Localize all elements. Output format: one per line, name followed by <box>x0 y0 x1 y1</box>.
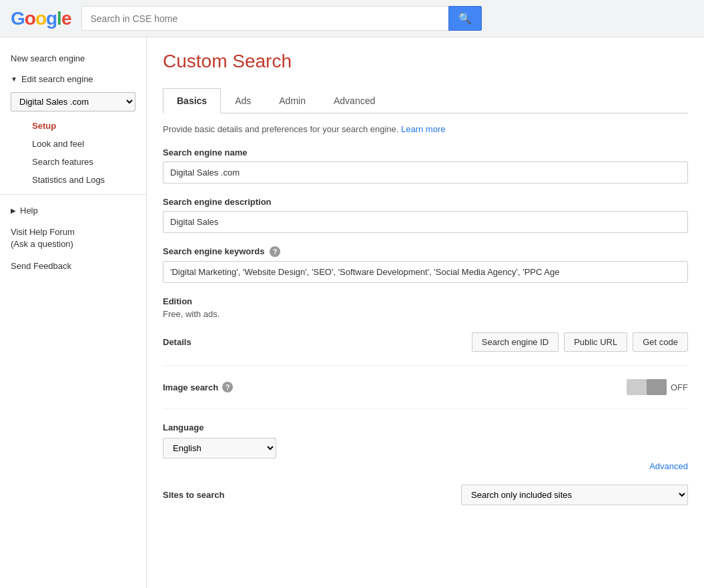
tab-advanced[interactable]: Advanced <box>320 88 389 113</box>
logo-e: e <box>61 8 71 29</box>
details-buttons: Search engine ID Public URL Get code <box>472 332 688 352</box>
edition-label: Edition <box>163 296 688 306</box>
engine-select[interactable]: Digital Sales .com <box>11 92 135 111</box>
get-code-button[interactable]: Get code <box>633 332 688 352</box>
sites-dropdown-wrapper: Search only included sitesSearch the ent… <box>461 485 688 505</box>
details-section: Details Search engine ID Public URL Get … <box>163 332 688 366</box>
search-button[interactable]: 🔍 <box>448 6 482 31</box>
help-arrow-icon: ▶ <box>11 207 16 214</box>
field-description-input[interactable] <box>163 211 688 233</box>
sidebar-item-edit-engine[interactable]: ▼ Edit search engine <box>0 69 146 89</box>
sidebar-item-send-feedback[interactable]: Send Feedback <box>0 256 146 276</box>
field-keywords-input[interactable] <box>163 261 688 283</box>
tab-description: Provide basic details and preferences fo… <box>163 124 688 134</box>
google-logo: Google <box>11 8 71 29</box>
image-search-section: Image search ? OFF <box>163 379 688 409</box>
image-search-help-icon[interactable]: ? <box>222 382 233 392</box>
arrow-icon: ▼ <box>11 75 17 83</box>
main-content: Custom Search Basics Ads Admin Advanced … <box>147 37 704 588</box>
edition-value: Free, with ads. <box>163 309 688 319</box>
language-label: Language <box>163 422 688 432</box>
toggle-off-label: OFF <box>671 382 688 392</box>
edition-section: Edition Free, with ads. <box>163 296 688 319</box>
sidebar: New search engine ▼ Edit search engine D… <box>0 37 147 588</box>
search-input[interactable] <box>81 6 448 31</box>
image-search-label: Image search ? <box>163 382 627 392</box>
sidebar-item-look-and-feel[interactable]: Look and feel <box>21 135 146 153</box>
sites-to-search-section: Sites to search Search only included sit… <box>163 485 688 505</box>
sites-to-search-select[interactable]: Search only included sitesSearch the ent… <box>461 485 688 505</box>
field-name-label: Search engine name <box>163 148 688 158</box>
field-name: Search engine name <box>163 148 688 184</box>
sidebar-item-setup[interactable]: Setup <box>21 117 146 135</box>
sidebar-divider <box>0 194 146 195</box>
page-title: Custom Search <box>163 51 688 72</box>
logo-l: l <box>57 8 61 29</box>
field-keywords: Search engine keywords ? <box>163 246 688 283</box>
language-section: Language EnglishAfrikaansAlbanianArabicB… <box>163 422 688 471</box>
advanced-link-wrapper: Advanced <box>163 461 688 471</box>
tab-admin[interactable]: Admin <box>265 88 320 113</box>
logo-g: G <box>11 8 25 29</box>
toggle-thumb <box>647 379 667 395</box>
sidebar-item-help[interactable]: ▶ Help <box>0 200 146 221</box>
page-content: New search engine ▼ Edit search engine D… <box>0 37 704 588</box>
tabs-bar: Basics Ads Admin Advanced <box>163 88 688 113</box>
public-url-button[interactable]: Public URL <box>564 332 627 352</box>
search-bar: 🔍 <box>81 6 482 31</box>
tab-ads[interactable]: Ads <box>221 88 265 113</box>
tab-basics[interactable]: Basics <box>163 88 221 113</box>
sidebar-item-statistics-logs[interactable]: Statistics and Logs <box>21 171 146 189</box>
sidebar-item-search-features[interactable]: Search features <box>21 153 146 171</box>
field-keywords-label: Search engine keywords ? <box>163 246 688 257</box>
field-name-input[interactable] <box>163 162 688 184</box>
details-label: Details <box>163 337 472 347</box>
language-select-wrapper: EnglishAfrikaansAlbanianArabicBasqueCata… <box>163 438 688 459</box>
logo-g2: g <box>46 8 57 29</box>
field-description-label: Search engine description <box>163 197 688 207</box>
language-select[interactable]: EnglishAfrikaansAlbanianArabicBasqueCata… <box>163 438 276 459</box>
field-description: Search engine description <box>163 197 688 233</box>
image-search-toggle[interactable]: OFF <box>627 379 688 395</box>
engine-selector: Digital Sales .com <box>11 92 135 111</box>
search-engine-id-button[interactable]: Search engine ID <box>472 332 559 352</box>
sidebar-item-new-engine[interactable]: New search engine <box>0 48 146 69</box>
logo-o1: o <box>25 8 35 29</box>
sidebar-sub-items: Setup Look and feel Search features Stat… <box>0 117 146 189</box>
help-label: Help <box>20 206 38 216</box>
learn-more-link[interactable]: Learn more <box>401 124 445 134</box>
logo-o2: o <box>35 8 46 29</box>
advanced-link[interactable]: Advanced <box>649 461 688 471</box>
edit-engine-label: Edit search engine <box>21 74 93 84</box>
sites-to-search-label: Sites to search <box>163 490 461 500</box>
header: Google 🔍 <box>0 0 704 37</box>
sidebar-item-visit-help[interactable]: Visit Help Forum (Ask a question) <box>0 221 146 256</box>
toggle-track <box>627 379 667 395</box>
keywords-help-icon[interactable]: ? <box>270 246 280 257</box>
